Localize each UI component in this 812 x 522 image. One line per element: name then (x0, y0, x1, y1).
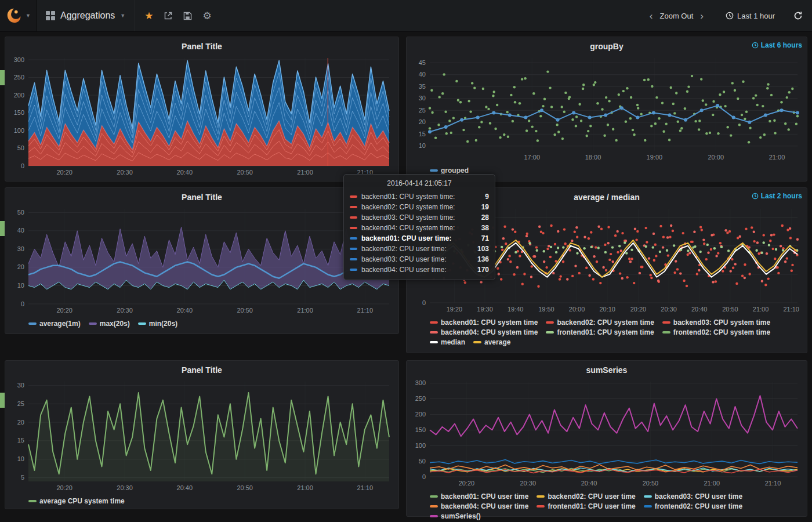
legend-item[interactable]: backend02: CPU system time (546, 318, 654, 327)
refresh-icon[interactable] (793, 11, 803, 20)
shift-time-forward-icon[interactable]: › (700, 11, 704, 21)
legend-series-key-icon (138, 322, 146, 325)
panel-sumseries: sumSeries 20:2020:3020:4020:5021:0021:10… (406, 360, 807, 517)
star-icon[interactable]: ★ (144, 11, 153, 21)
legend-series-label: frontend01: CPU system time (557, 328, 654, 336)
logo-caret-icon: ▼ (26, 13, 31, 19)
chart-groupby[interactable]: 17:0018:0019:0020:0021:00101520253035404… (410, 53, 803, 162)
legend-series-key-icon (28, 322, 37, 325)
panel-groupby: groupBy Last 6 hours 17:0018:0019:0020:0… (406, 37, 807, 182)
panel-header[interactable]: Panel Title (9, 39, 395, 53)
grafana-logo[interactable]: ▼ (0, 0, 37, 31)
legend-item[interactable]: backend02: CPU user time (536, 492, 635, 501)
graph-tooltip: 2016-04-14 21:05:17 backend01: CPU syste… (343, 174, 495, 280)
legend-series-key-icon (28, 500, 37, 502)
tooltip-row: backend01: CPU user time:71 (350, 233, 489, 244)
svg-text:40: 40 (419, 71, 426, 78)
dashboard-title: Aggregations (60, 10, 115, 21)
share-icon[interactable] (164, 11, 173, 20)
legend-item[interactable]: min(20s) (138, 320, 177, 328)
legend-series-label: backend02: CPU system time (557, 318, 654, 327)
panel-avg-max-min: Panel Title 20:2020:3020:4020:5021:0021:… (5, 187, 399, 334)
legend-series-label: min(20s) (149, 320, 177, 328)
legend-item[interactable]: grouped (430, 166, 469, 175)
svg-text:40: 40 (17, 227, 24, 234)
svg-text:30: 30 (17, 245, 24, 252)
legend-series-key-icon (430, 495, 438, 498)
legend-item[interactable]: backend01: CPU system time (430, 318, 538, 327)
legend-item[interactable]: average CPU system time (28, 497, 125, 505)
shift-time-back-icon[interactable]: ‹ (650, 11, 653, 21)
dashboard-picker[interactable]: Aggregations ▼ (37, 0, 135, 31)
legend-series-label: backend04: CPU user time (441, 502, 528, 510)
svg-text:10: 10 (17, 455, 24, 462)
svg-text:30: 30 (17, 382, 24, 389)
legend-series-label: grouped (441, 166, 469, 175)
svg-text:20:30: 20:30 (661, 306, 677, 313)
panel-title: Panel Title (182, 365, 222, 375)
legend-item[interactable]: backend04: CPU user time (430, 502, 528, 510)
panel-title: sumSeries (586, 365, 628, 375)
svg-text:300: 300 (415, 379, 426, 386)
panel-time-override[interactable]: Last 6 hours (752, 41, 802, 49)
svg-text:20:20: 20:20 (56, 484, 72, 491)
svg-text:0: 0 (422, 473, 426, 480)
navbar: ▼ Aggregations ▼ ★ ⚙ ‹ Zoom Out › Last 1… (0, 0, 812, 32)
svg-text:19:00: 19:00 (647, 154, 663, 161)
svg-text:19:20: 19:20 (447, 306, 463, 313)
zoom-out-button[interactable]: Zoom Out (659, 12, 693, 20)
legend-series-key-icon (662, 321, 670, 324)
svg-text:20:20: 20:20 (459, 480, 475, 487)
tooltip-rows: backend01: CPU system time:9backend02: C… (350, 191, 489, 275)
panel-time-override[interactable]: Last 2 hours (752, 192, 802, 200)
svg-text:20:50: 20:50 (237, 307, 253, 314)
legend-item[interactable]: max(20s) (89, 320, 130, 328)
legend-item[interactable]: frontend02: CPU user time (644, 502, 742, 510)
chart-average-cpu[interactable]: 20:2020:3020:4020:5021:0021:105101520253… (9, 377, 395, 493)
svg-text:50: 50 (419, 458, 426, 465)
svg-text:20:50: 20:50 (643, 480, 659, 487)
svg-text:20:30: 20:30 (117, 169, 133, 176)
legend-item[interactable]: sumSeries() (430, 512, 481, 520)
legend-item[interactable]: frontend02: CPU system time (662, 328, 770, 336)
panel-header[interactable]: sumSeries (410, 363, 803, 377)
tooltip-row: backend04: CPU system time:38 (350, 223, 489, 233)
svg-text:25: 25 (419, 107, 426, 114)
svg-text:300: 300 (14, 56, 24, 63)
legend-item[interactable]: frontend01: CPU user time (536, 502, 635, 510)
legend-item[interactable]: backend04: CPU system time (430, 328, 538, 336)
legend-series-key-icon (430, 505, 438, 507)
svg-text:20:50: 20:50 (722, 306, 738, 313)
chart-avg-max-min[interactable]: 20:2020:3020:4020:5021:0021:100102030405… (9, 204, 395, 316)
legend-item[interactable]: frontend01: CPU system time (546, 328, 654, 336)
legend-item[interactable]: backend03: CPU system time (662, 318, 770, 327)
panel-title: Panel Title (182, 42, 222, 51)
settings-gear-icon[interactable]: ⚙ (202, 11, 211, 21)
svg-text:20:40: 20:40 (691, 306, 708, 313)
legend-item[interactable]: average (473, 338, 510, 346)
legend-series-key-icon (430, 169, 438, 172)
legend-item[interactable]: median (430, 338, 465, 346)
legend-item[interactable]: backend01: CPU user time (430, 492, 528, 501)
time-range-picker[interactable]: Last 1 hour (726, 12, 775, 20)
save-icon[interactable] (183, 12, 192, 20)
tooltip-row: backend01: CPU system time:9 (350, 191, 489, 202)
legend-item[interactable]: average(1m) (28, 320, 81, 328)
panel-header[interactable]: Panel Title (9, 363, 395, 377)
svg-text:100: 100 (415, 442, 426, 449)
chart-cpu-stacked[interactable]: 20:2020:3020:4020:5021:0021:100501001502… (9, 53, 395, 177)
svg-text:20: 20 (419, 118, 426, 125)
panel-title: groupBy (590, 42, 624, 51)
panel-header[interactable]: Panel Title (9, 190, 395, 204)
svg-text:21:00: 21:00 (297, 169, 313, 176)
legend-item[interactable]: backend03: CPU user time (644, 492, 742, 501)
svg-text:21:10: 21:10 (357, 484, 374, 491)
dashboard-caret-icon: ▼ (120, 13, 125, 19)
legend-series-label: backend01: CPU system time (441, 318, 538, 327)
panel-header[interactable]: groupBy Last 6 hours (410, 39, 803, 53)
chart-sumseries[interactable]: 20:2020:3020:4020:5021:0021:100501001502… (410, 377, 803, 488)
legend-series-key-icon (536, 505, 545, 507)
tooltip-row: backend02: CPU system time:19 (350, 202, 489, 212)
time-controls: ‹ Zoom Out › Last 1 hour (650, 11, 812, 21)
svg-text:100: 100 (14, 127, 24, 134)
